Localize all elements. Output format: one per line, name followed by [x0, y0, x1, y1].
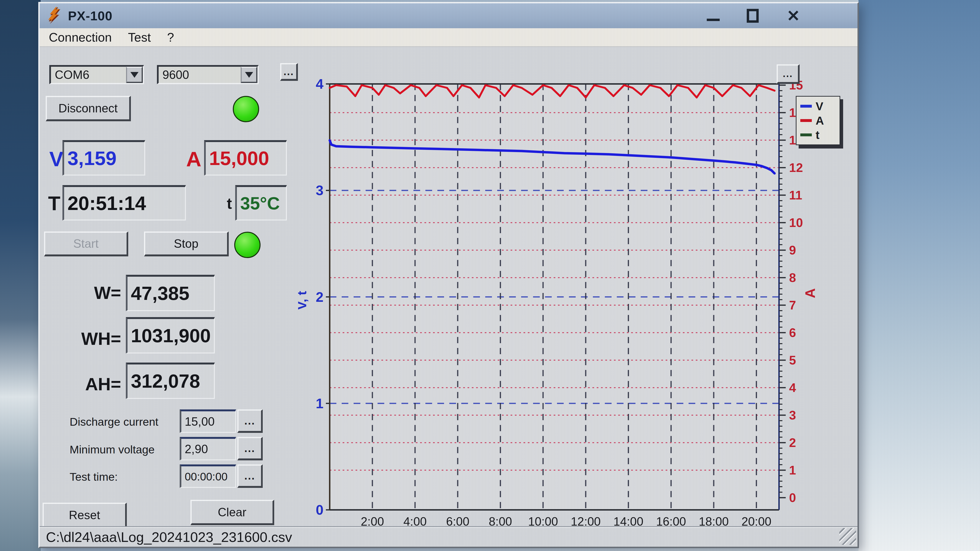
menu-connection[interactable]: Connection: [40, 28, 120, 46]
com-port-arrow-button[interactable]: [126, 67, 143, 83]
svg-text:11: 11: [789, 188, 802, 202]
temperature-value: 35°C: [237, 193, 280, 214]
power-value: 47,385: [127, 283, 189, 305]
temperature-display: 35°C: [235, 185, 287, 221]
desktop-wallpaper-right: [859, 0, 980, 551]
maximize-icon: [747, 9, 759, 23]
discharge-current-value: 15,00: [181, 415, 215, 429]
power-label: W=: [54, 283, 121, 303]
legend-dash-icon: [800, 119, 812, 122]
svg-text:8: 8: [789, 271, 796, 284]
discharge-current-input[interactable]: 15,00: [180, 410, 236, 433]
voltage-value: 3,159: [64, 147, 116, 170]
legend-label: V: [816, 100, 823, 113]
legend-label: A: [816, 114, 824, 127]
desktop-wallpaper-left: [0, 0, 41, 551]
amp-hours-label: AH=: [54, 374, 121, 394]
elapsed-time-label: T: [48, 192, 60, 215]
voltage-display: 3,159: [62, 140, 145, 176]
svg-text:9: 9: [789, 243, 796, 257]
legend-item-A: A: [800, 114, 840, 127]
start-button[interactable]: Start: [44, 232, 128, 256]
minimum-voltage-input[interactable]: 2,90: [180, 437, 236, 460]
resize-grip[interactable]: [839, 528, 856, 545]
svg-text:2: 2: [316, 289, 323, 305]
svg-text:V, t: V, t: [298, 291, 309, 310]
minimum-voltage-more-button[interactable]: ...: [237, 437, 263, 460]
elapsed-time-value: 20:51:14: [64, 192, 146, 214]
stop-button[interactable]: Stop: [144, 232, 229, 256]
svg-text:4: 4: [316, 76, 323, 92]
current-value: 15,000: [206, 147, 269, 170]
chart-legend: VAt: [796, 96, 840, 145]
svg-text:12: 12: [789, 161, 803, 175]
chevron-down-icon: [245, 72, 253, 78]
discharge-current-more-button[interactable]: ...: [237, 410, 263, 433]
svg-text:1: 1: [316, 395, 323, 411]
run-led: [234, 232, 261, 258]
minimum-voltage-value: 2,90: [181, 442, 208, 456]
elapsed-time-display: 20:51:14: [62, 185, 186, 221]
com-port-select[interactable]: COM6: [49, 65, 144, 84]
svg-text:A: A: [802, 288, 818, 298]
amp-hours-display: 312,078: [126, 362, 215, 399]
close-icon: ✕: [787, 8, 800, 24]
watt-hours-label: WH=: [54, 329, 121, 349]
test-time-value: 00:00:00: [181, 470, 228, 483]
minimize-icon: [707, 19, 720, 21]
maximize-button[interactable]: [737, 6, 768, 26]
px100-window: PX-100 ✕ Connection Test ? COM6 9600 ...…: [38, 2, 859, 548]
minimum-voltage-label: Minimum voltage: [70, 443, 154, 456]
svg-text:3: 3: [789, 408, 796, 422]
temperature-label: t: [227, 195, 232, 212]
disconnect-button[interactable]: Disconnect: [46, 96, 131, 121]
svg-text:3: 3: [316, 183, 323, 198]
baud-rate-value: 9600: [159, 67, 241, 83]
current-label: A: [186, 147, 202, 171]
minimize-button[interactable]: [698, 6, 729, 26]
menu-help[interactable]: ?: [159, 28, 182, 46]
svg-text:4: 4: [789, 381, 796, 395]
svg-text:7: 7: [789, 298, 796, 312]
legend-item-V: V: [800, 100, 840, 113]
svg-text:0: 0: [316, 502, 323, 518]
baud-rate-select[interactable]: 9600: [157, 65, 259, 84]
svg-text:10: 10: [789, 216, 803, 230]
status-bar: C:\dl24\aaa\Log_20241023_231600.csv: [40, 526, 858, 547]
discharge-chart: 2:004:006:008:0010:0012:0014:0016:0018:0…: [298, 61, 853, 535]
title-bar[interactable]: PX-100 ✕: [40, 3, 858, 28]
connection-led: [233, 96, 259, 122]
port-more-button[interactable]: ...: [280, 63, 298, 81]
current-display: 15,000: [204, 140, 287, 176]
menu-bar: Connection Test ?: [40, 28, 858, 47]
window-title: PX-100: [68, 8, 113, 23]
close-button[interactable]: ✕: [778, 6, 809, 26]
svg-text:0: 0: [789, 491, 796, 505]
legend-label: t: [816, 129, 819, 141]
svg-text:5: 5: [789, 353, 796, 367]
app-logo-icon: [46, 7, 64, 25]
watt-hours-value: 1031,900: [127, 325, 211, 347]
svg-text:2: 2: [789, 436, 796, 449]
com-port-value: COM6: [51, 67, 126, 83]
watt-hours-display: 1031,900: [126, 317, 215, 354]
reset-button[interactable]: Reset: [43, 503, 127, 528]
log-file-path: C:\dl24\aaa\Log_20241023_231600.csv: [46, 529, 292, 545]
legend-item-t: t: [800, 129, 840, 141]
svg-text:6: 6: [789, 326, 796, 340]
test-time-more-button[interactable]: ...: [237, 464, 263, 488]
discharge-current-label: Discharge current: [70, 415, 158, 428]
chevron-down-icon: [130, 72, 138, 78]
test-time-label: Test time:: [70, 470, 118, 483]
power-display: 47,385: [126, 275, 215, 311]
baud-rate-arrow-button[interactable]: [241, 67, 258, 83]
svg-text:1: 1: [789, 463, 796, 477]
legend-dash-icon: [800, 133, 812, 136]
amp-hours-value: 312,078: [127, 370, 200, 392]
voltage-label: V: [49, 147, 64, 171]
legend-dash-icon: [800, 105, 812, 108]
clear-button[interactable]: Clear: [191, 500, 274, 525]
chart-more-button[interactable]: ...: [776, 64, 800, 84]
menu-test[interactable]: Test: [120, 28, 159, 46]
test-time-input[interactable]: 00:00:00: [180, 464, 236, 488]
